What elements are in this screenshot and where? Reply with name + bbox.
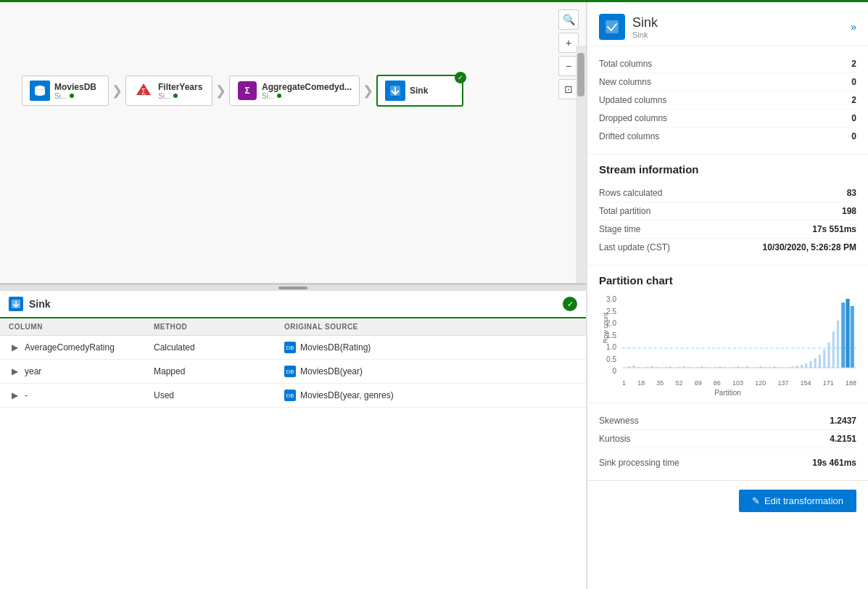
main-layout: 🔍 + − ⊡ [0, 2, 868, 589]
pipeline-node-moviesdb: MoviesDB Si... [22, 75, 109, 106]
chart-section: Partition chart 3.0 2.5 2.0 1.5 1.0 0.5 … [587, 265, 868, 403]
kurtosis-label: Kurtosis [599, 434, 630, 444]
table-title: Sink [29, 298, 557, 310]
minus-icon: − [566, 60, 571, 72]
stat-rows-calculated: Rows calculated 83 [599, 184, 856, 202]
plus-icon: + [566, 37, 571, 49]
table-row: ▶ year Mapped DB MoviesDB(year) [0, 360, 586, 384]
aggregate-icon: Σ [237, 81, 257, 101]
search-button[interactable]: 🔍 [558, 9, 579, 30]
arrow-2: ❯ [212, 83, 229, 99]
chart-x-axis: 1 18 35 52 69 86 103 120 137 154 171 188 [622, 379, 856, 387]
edit-btn-container: ✎ Edit transformation [587, 480, 868, 521]
panel-subtitle: Sink [632, 30, 658, 39]
moviesdb-dot [70, 94, 74, 98]
panel-expand-button[interactable]: » [851, 21, 856, 33]
stat-skewness: Skewness 1.2437 [599, 412, 856, 430]
svg-rect-48 [809, 361, 811, 368]
row2-source-icon: DB [284, 366, 296, 377]
canvas-scroll-thumb [577, 53, 584, 96]
filteryears-text: FilterYears Si... [158, 82, 202, 100]
arrow-1: ❯ [109, 83, 125, 99]
table-header: Sink ✓ [0, 291, 586, 318]
row2-method: Mapped [154, 366, 284, 376]
table-row: ▶ - Used DB MoviesDB(year, genres) [0, 384, 586, 408]
pipeline-canvas: 🔍 + − ⊡ [0, 2, 586, 285]
sink-success-badge [455, 72, 466, 83]
moviesdb-title: MoviesDB [54, 82, 96, 92]
pipeline-node-aggregate: Σ AggregateComedyd... Si... [229, 75, 360, 106]
stat-drifted-columns: Drifted columns 0 [599, 128, 856, 145]
frame-icon: ⊡ [564, 83, 573, 95]
row2-expand-icon[interactable]: ▶ [9, 366, 20, 377]
moviesdb-sub: Si... [54, 92, 96, 100]
total-partition-value: 198 [842, 206, 856, 216]
stream-section-title: Stream information [599, 163, 856, 176]
node-aggregate[interactable]: Σ AggregateComedyd... Si... [229, 75, 360, 106]
table-success-badge: ✓ [563, 297, 577, 311]
svg-rect-55 [841, 302, 845, 368]
skewness-value: 1.2437 [830, 416, 856, 426]
svg-rect-47 [805, 363, 807, 368]
row3-column: ▶ - [9, 390, 154, 401]
row2-source: DB MoviesDB(year) [284, 366, 577, 377]
panel-header-icon [599, 14, 625, 40]
new-columns-label: New columns [599, 77, 651, 87]
col-header-method: METHOD [154, 323, 284, 331]
svg-rect-57 [851, 306, 854, 368]
panel-title: Sink [632, 15, 658, 30]
stat-sink-processing: Sink processing time 19s 461ms [599, 454, 856, 471]
chart-title: Partition chart [599, 274, 856, 287]
dropped-columns-label: Dropped columns [599, 113, 667, 123]
chart-container: 3.0 2.5 2.0 1.5 1.0 0.5 0 Row count [599, 295, 856, 397]
stage-time-value: 17s 551ms [812, 224, 856, 234]
panel-header: Sink Sink » [587, 2, 868, 46]
chart-y-label: Row count [602, 313, 609, 344]
chart-x-label: Partition [714, 389, 741, 397]
row1-method: Calculated [154, 342, 284, 353]
filteryears-title: FilterYears [158, 82, 202, 92]
filteryears-icon: Σ [133, 81, 154, 101]
stat-last-update: Last update (CST) 10/30/2020, 5:26:28 PM [599, 239, 856, 256]
row3-source: DB MoviesDB(year, genres) [284, 390, 577, 401]
moviesdb-text: MoviesDB Si... [54, 82, 96, 100]
panel-stream-section: Stream information Rows calculated 83 To… [587, 155, 868, 265]
pipeline-node-sink: Sink [376, 75, 463, 107]
dropped-columns-value: 0 [851, 113, 856, 123]
svg-rect-52 [827, 342, 830, 368]
row1-column: ▶ AverageComedyRating [9, 342, 154, 353]
arrow-3: ❯ [360, 83, 376, 99]
node-moviesdb[interactable]: MoviesDB Si... [22, 75, 109, 106]
rows-calculated-value: 83 [847, 188, 856, 198]
canvas-area: 🔍 + − ⊡ [0, 2, 587, 589]
edit-transformation-button[interactable]: ✎ Edit transformation [739, 490, 856, 512]
row1-expand-icon[interactable]: ▶ [9, 342, 20, 353]
drifted-columns-label: Drifted columns [599, 131, 659, 141]
sink-processing-label: Sink processing time [599, 458, 679, 468]
drifted-columns-value: 0 [851, 131, 856, 141]
canvas-scrollbar[interactable] [576, 46, 586, 283]
rows-calculated-label: Rows calculated [599, 188, 662, 198]
node-sink[interactable]: Sink [376, 75, 463, 107]
sink-text: Sink [410, 86, 428, 96]
row2-column: ▶ year [9, 366, 154, 377]
stat-stage-time: Stage time 17s 551ms [599, 221, 856, 239]
scroll-thumb [278, 287, 307, 289]
panel-stats-section: Total columns 2 New columns 0 Updated co… [587, 46, 868, 155]
row3-expand-icon[interactable]: ▶ [9, 390, 20, 401]
row1-source-icon: DB [284, 342, 296, 353]
node-filteryears[interactable]: Σ FilterYears Si... [125, 75, 212, 106]
chart-plot-area [622, 295, 856, 375]
svg-rect-46 [801, 365, 803, 368]
svg-rect-54 [837, 321, 839, 368]
row3-source-icon: DB [284, 390, 296, 401]
last-update-label: Last update (CST) [599, 242, 670, 252]
sink-title: Sink [410, 86, 428, 96]
search-icon: 🔍 [563, 14, 575, 25]
svg-point-0 [35, 86, 45, 90]
col-header-source: ORIGINAL SOURCE [284, 323, 577, 331]
svg-rect-49 [814, 358, 817, 368]
last-update-value: 10/30/2020, 5:26:28 PM [763, 242, 856, 252]
pipeline-nodes: MoviesDB Si... ❯ Σ [7, 60, 478, 121]
filteryears-dot [173, 94, 178, 98]
